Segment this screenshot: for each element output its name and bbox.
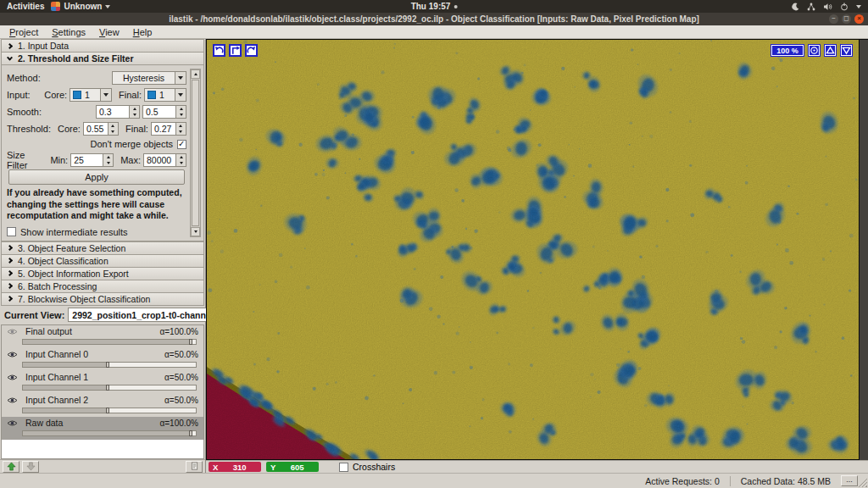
threshold-core-spinbox[interactable]: 0.55 bbox=[83, 122, 119, 136]
spinbox-arrows-icon[interactable] bbox=[103, 154, 113, 166]
app-menu[interactable]: Unknown bbox=[51, 2, 110, 11]
spinbox-arrows-icon[interactable] bbox=[129, 106, 139, 118]
system-menu-chevron-icon[interactable] bbox=[856, 5, 861, 8]
layer-opacity-slider[interactable] bbox=[22, 430, 197, 436]
core-color-swatch bbox=[73, 91, 81, 99]
os-top-bar: Activities Unknown Thu 19:57 bbox=[0, 0, 868, 13]
swap-axes-icon[interactable] bbox=[229, 44, 242, 57]
clock[interactable]: Thu 19:57 bbox=[411, 2, 458, 11]
applet-batch-processing[interactable]: 6. Batch Processing bbox=[1, 280, 204, 293]
layer-opacity-slider[interactable] bbox=[22, 385, 197, 391]
recompute-warning: If you already have something computed, … bbox=[7, 187, 186, 222]
applet-label: 3. Object Feature Selection bbox=[18, 243, 125, 253]
size-min-spinbox[interactable]: 25 bbox=[70, 153, 114, 167]
visibility-eye-icon[interactable] bbox=[7, 351, 20, 358]
layer-name: Input Channel 2 bbox=[25, 395, 88, 405]
cache-details-button[interactable]: ... bbox=[841, 475, 858, 486]
window-title: ilastik - /home/donaldsonlab/ilastik/obj… bbox=[0, 14, 868, 24]
layer-row-input-channel-2[interactable]: Input Channel 2 α=50.0% bbox=[2, 394, 203, 417]
dont-merge-checkbox[interactable] bbox=[177, 140, 186, 149]
activities-button[interactable]: Activities bbox=[7, 2, 44, 11]
threshold-final-label: Final: bbox=[125, 124, 148, 134]
apply-button[interactable]: Apply bbox=[8, 169, 185, 185]
image-viewport[interactable]: 100 % bbox=[206, 39, 860, 460]
smooth-label: Smooth: bbox=[7, 107, 42, 117]
size-max-spinbox[interactable]: 80000 bbox=[143, 153, 186, 167]
layer-opacity-slider[interactable] bbox=[22, 339, 197, 345]
crosshairs-label: Crosshairs bbox=[353, 462, 395, 472]
cursor-x-badge: X 310 bbox=[209, 462, 261, 472]
layer-opacity-slider[interactable] bbox=[22, 362, 197, 368]
menu-settings[interactable]: Settings bbox=[46, 26, 92, 38]
x-label: X bbox=[209, 463, 218, 472]
move-layer-up-button[interactable] bbox=[3, 461, 19, 473]
rotate-right-icon[interactable] bbox=[245, 44, 258, 57]
spinbox-arrows-icon[interactable] bbox=[175, 154, 186, 166]
show-intermediate-checkbox[interactable] bbox=[7, 227, 16, 236]
close-button[interactable]: × bbox=[854, 14, 864, 24]
smooth-sigma1-spinbox[interactable]: 0.3 bbox=[96, 105, 140, 119]
crosshairs-checkbox[interactable] bbox=[339, 463, 348, 472]
method-combobox[interactable]: Hysteresis bbox=[112, 71, 186, 85]
menu-view[interactable]: View bbox=[93, 26, 125, 38]
center-view-icon[interactable] bbox=[808, 44, 821, 57]
threshold-core-value: 0.55 bbox=[84, 123, 108, 135]
spinbox-arrows-icon[interactable] bbox=[175, 123, 186, 135]
layer-row-raw-data[interactable]: Raw data α=100.0% bbox=[2, 417, 203, 440]
smooth-sigma2-spinbox[interactable]: 0.5 bbox=[142, 105, 186, 119]
layer-row-final-output[interactable]: Final output α=100.0% bbox=[2, 325, 203, 348]
threshold-final-spinbox[interactable]: 0.27 bbox=[151, 122, 186, 136]
spinbox-arrows-icon[interactable] bbox=[108, 123, 118, 135]
status-bar: Active Requests: 0 Cached Data: 48.5 MB … bbox=[0, 473, 868, 488]
visibility-eye-icon[interactable] bbox=[7, 419, 20, 427]
layer-row-input-channel-0[interactable]: Input Channel 0 α=50.0% bbox=[2, 348, 203, 371]
minimize-button[interactable]: − bbox=[829, 14, 838, 24]
night-light-icon[interactable] bbox=[791, 3, 799, 11]
power-icon[interactable] bbox=[840, 3, 849, 11]
applet-info-export[interactable]: 5. Object Information Export bbox=[1, 267, 204, 280]
visibility-eye-icon[interactable] bbox=[7, 328, 20, 336]
layer-opacity-slider[interactable] bbox=[22, 408, 197, 413]
rotate-left-icon[interactable] bbox=[213, 44, 225, 57]
network-icon[interactable] bbox=[807, 3, 815, 11]
applet-label: 4. Object Classification bbox=[18, 256, 108, 266]
zoom-toolbar: 100 % bbox=[771, 44, 853, 57]
core-channel-combobox[interactable]: 1 bbox=[70, 88, 112, 102]
spinbox-arrows-icon[interactable] bbox=[175, 106, 186, 118]
panel-scrollbar[interactable] bbox=[190, 69, 201, 237]
layer-alpha: α=50.0% bbox=[164, 373, 198, 382]
chevron-down-icon bbox=[105, 5, 110, 8]
menu-bar: Project Settings View Help bbox=[0, 25, 868, 39]
applet-blockwise[interactable]: 7. Blockwise Object Classification bbox=[1, 292, 204, 306]
chevron-right-icon bbox=[7, 296, 13, 302]
volume-icon[interactable] bbox=[823, 3, 832, 11]
slice-down-icon[interactable] bbox=[840, 44, 853, 57]
move-layer-down-button[interactable] bbox=[22, 461, 39, 473]
applet-feature-selection[interactable]: 3. Object Feature Selection bbox=[1, 241, 204, 255]
size-max-value: 80000 bbox=[144, 154, 175, 166]
applet-input-data[interactable]: 1. Input Data bbox=[1, 39, 204, 53]
applet-label: 2. Threshold and Size Filter bbox=[18, 53, 134, 64]
final-channel-combobox[interactable]: 1 bbox=[144, 88, 186, 102]
visibility-eye-icon[interactable] bbox=[7, 374, 20, 381]
maximize-button[interactable]: ◻ bbox=[842, 14, 851, 24]
resize-grip[interactable] bbox=[858, 478, 867, 487]
export-layer-button[interactable] bbox=[186, 461, 203, 473]
menu-project[interactable]: Project bbox=[3, 26, 44, 38]
threshold-core-label: Core: bbox=[58, 124, 81, 134]
layer-name: Input Channel 1 bbox=[25, 372, 88, 382]
menu-help[interactable]: Help bbox=[127, 26, 159, 38]
layer-row-input-channel-1[interactable]: Input Channel 1 α=50.0% bbox=[2, 371, 203, 394]
layer-alpha: α=100.0% bbox=[159, 327, 198, 336]
zoom-level-button[interactable]: 100 % bbox=[771, 44, 804, 57]
window-title-bar: ilastik - /home/donaldsonlab/ilastik/obj… bbox=[0, 13, 868, 25]
scrollbar-thumb[interactable] bbox=[192, 80, 199, 226]
applet-threshold[interactable]: 2. Threshold and Size Filter bbox=[1, 52, 204, 65]
show-intermediate-label: Show intermediate results bbox=[20, 227, 128, 237]
visibility-eye-icon[interactable] bbox=[7, 396, 20, 404]
applet-object-classification[interactable]: 4. Object Classification bbox=[1, 254, 204, 268]
scroll-up-icon[interactable] bbox=[191, 69, 200, 79]
scroll-down-icon[interactable] bbox=[191, 227, 200, 236]
slice-up-icon[interactable] bbox=[824, 44, 837, 57]
final-color-swatch bbox=[147, 91, 156, 99]
